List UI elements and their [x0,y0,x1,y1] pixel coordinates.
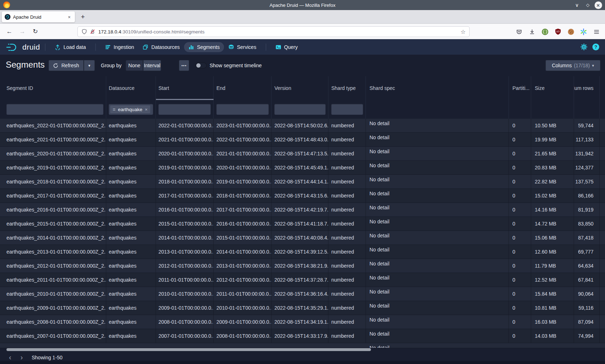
cell-shard-spec: No detail [366,329,509,343]
table-row[interactable]: earthquakes_2021-01-01T00:00:00.000Z_2..… [0,133,605,147]
nav-services[interactable]: Services [224,42,261,52]
cell-shard-spec: No detail [366,161,509,174]
pocket-icon[interactable] [514,27,524,36]
column-header-shard-type[interactable]: Shard type [328,76,366,100]
extension-cookie-icon[interactable] [566,27,575,36]
filter-input-version[interactable] [274,104,326,115]
table-row[interactable]: earthquakes_2012-01-01T00:00:00.000Z_2..… [0,259,605,273]
filter-tag-remove-icon[interactable]: × [145,107,148,112]
cell-segment-id: earthquakes_2021-01-01T00:00:00.000Z_2..… [0,133,106,146]
druid-logo[interactable]: druid [6,42,40,53]
horizontal-scrollbar[interactable] [6,348,371,351]
shield-icon[interactable] [81,29,87,35]
nav-datasources[interactable]: Datasources [138,42,184,52]
column-header-start[interactable]: Start [156,76,214,100]
cell-partitions: 0 [509,301,531,315]
cell-shard-spec: No detail [366,259,509,273]
table-row[interactable]: earthquakes_2017-01-01T00:00:00.000Z_2..… [0,189,605,203]
nav-ingestion[interactable]: Ingestion [101,42,139,52]
refresh-dropdown-button[interactable]: ▾ [84,60,95,71]
more-options-button[interactable]: ••• [179,60,189,71]
cell-spacer [600,245,605,259]
nav-ingestion-label: Ingestion [114,44,134,50]
column-header-end[interactable]: End [214,76,272,100]
cell-end: 2021-01-01T00:00:00.0... [214,147,272,160]
column-header-partitions[interactable]: Partiti... [509,76,531,100]
table-row[interactable]: earthquakes_2009-01-01T00:00:00.000Z_2..… [0,301,605,315]
table-row[interactable]: earthquakes_2008-01-01T00:00:00.000Z_2..… [0,315,605,329]
group-by-interval-button[interactable]: Interval [143,60,161,71]
tab-close-button[interactable]: × [66,14,72,21]
nav-segments[interactable]: Segments [184,42,224,52]
extension-privacy-icon[interactable] [540,27,550,36]
column-header-version[interactable]: Version [272,76,328,100]
column-header-datasource[interactable]: Datasource [106,76,156,100]
browser-tab[interactable]: Apache Druid × [2,12,75,22]
help-button[interactable]: ? [592,44,599,50]
filter-input-datasource[interactable]: = earthquake × [109,104,153,115]
filter-input-end[interactable] [216,104,269,115]
column-header-num-rows[interactable]: Num rows [574,76,600,100]
columns-button[interactable]: Columns (17/18) ▾ [546,60,600,71]
cell-shard-type: numbered [328,189,366,203]
bookmark-star-icon[interactable]: ☆ [461,28,466,35]
nav-load-data[interactable]: Load data [50,42,90,52]
window-minimize-button[interactable]: ∨ [573,1,581,9]
showing-range-label: Showing 1-50 [32,355,63,360]
table-row[interactable]: earthquakes_2018-01-01T00:00:00.000Z_2..… [0,175,605,189]
cell-size: 15.84 MB [531,287,574,301]
druid-nav-bar: druid Load data Ingestion Datasources Se… [0,39,605,55]
column-header-size[interactable]: Size [531,76,574,100]
filter-input-shard-type[interactable] [331,104,363,115]
cell-end: 2011-01-01T00:00:00.0... [214,287,272,301]
nav-query[interactable]: Query [271,42,302,52]
lock-insecure-icon[interactable] [90,29,95,35]
table-row[interactable]: earthquakes_2011-01-01T00:00:00.000Z_2..… [0,273,605,287]
next-page-button[interactable]: › [17,352,27,362]
cell-num-rows: 87,418 [574,231,600,245]
filter-tag[interactable]: = earthquake × [110,105,150,113]
group-by-none-button[interactable]: None [126,60,143,71]
chevron-right-icon: › [21,353,23,361]
url-bar[interactable]: 172.18.0.4:30109/unified-console.html#se… [77,26,470,37]
column-header-segment-id[interactable]: Segment ID [0,76,106,100]
reload-button[interactable]: ↻ [30,24,40,39]
table-row[interactable]: earthquakes_2014-01-01T00:00:00.000Z_2..… [0,231,605,245]
cell-end: 2009-01-01T00:00:00.0... [214,315,272,329]
url-text[interactable]: 172.18.0.4:30109/unified-console.html#se… [98,29,461,35]
cell-shard-type: numbered [328,273,366,287]
table-row[interactable]: earthquakes_2015-01-01T00:00:00.000Z_2..… [0,217,605,231]
refresh-button[interactable]: Refresh [49,60,84,71]
new-tab-button[interactable]: + [79,13,87,22]
cell-spacer [600,119,605,132]
table-row[interactable]: earthquakes_2013-01-01T00:00:00.000Z_2..… [0,245,605,259]
cell-partitions: 0 [509,329,531,343]
segment-timeline-toggle[interactable] [196,63,207,68]
previous-page-button[interactable]: ‹ [5,352,15,362]
download-icon[interactable] [527,27,537,36]
table-row[interactable]: earthquakes_2019-01-01T00:00:00.000Z_2..… [0,161,605,175]
group-by-label: Group by [101,63,122,68]
table-row[interactable]: earthquakes_2020-01-01T00:00:00.000Z_2..… [0,147,605,161]
cell-start: 2019-01-01T00:00:00.0... [156,161,214,174]
table-row[interactable]: earthquakes_2022-01-01T00:00:00.000Z_2..… [0,119,605,133]
back-button[interactable]: ← [4,24,14,39]
segment-timeline-label: Show segment timeline [210,63,262,68]
window-maximize-button[interactable]: ◇ [583,1,592,9]
cell-shard-type: numbered [328,315,366,329]
extension-asterisk-icon[interactable] [579,27,588,36]
nav-query-label: Query [284,44,298,50]
forward-button[interactable]: → [17,24,27,39]
table-row[interactable]: earthquakes_2016-01-01T00:00:00.000Z_2..… [0,203,605,217]
table-row[interactable]: earthquakes_2007-01-01T00:00:00.000Z_2..… [0,329,605,343]
gear-icon[interactable] [581,44,587,50]
window-close-button[interactable]: × [594,1,602,9]
filter-input-segment-id[interactable] [6,104,103,115]
table-row[interactable]: earthquakes_2010-01-01T00:00:00.000Z_2..… [0,287,605,301]
interval-label: Interval [144,63,161,68]
hamburger-menu-icon[interactable] [592,27,601,36]
column-header-shard-spec[interactable]: Shard spec [366,76,509,100]
filter-input-start[interactable] [158,104,211,115]
extension-ublock-icon[interactable]: UO [553,27,563,36]
none-label: None [128,63,140,68]
